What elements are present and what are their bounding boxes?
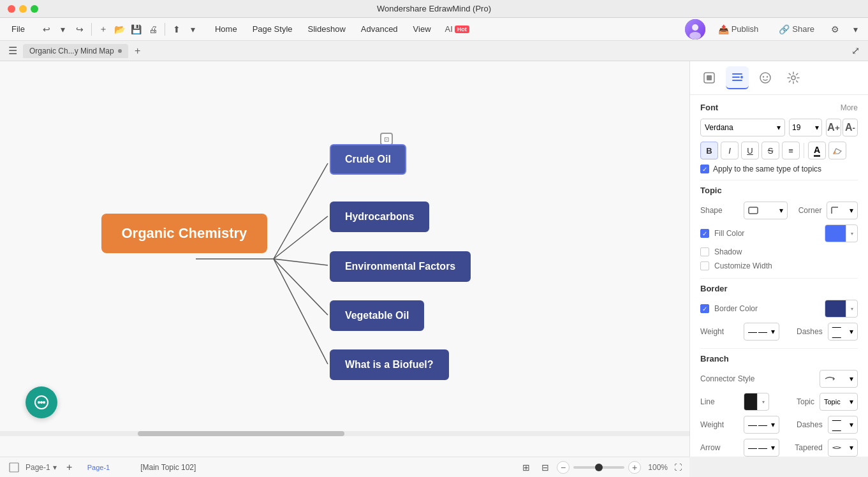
topic-node-vegetable-oil[interactable]: Vegetable Oil (330, 300, 424, 331)
redo-button[interactable]: ↪ (72, 22, 87, 37)
divider-1 (700, 180, 858, 180)
weight-label: Weight (700, 327, 739, 336)
bold-button[interactable]: B (700, 142, 718, 159)
align-button[interactable]: ≡ (782, 142, 800, 159)
corner-select[interactable]: ▾ (827, 202, 858, 219)
dashes-select[interactable]: — — ▾ (828, 323, 858, 341)
font-size-increase[interactable]: A+ (826, 119, 841, 136)
horizontal-scrollbar[interactable] (0, 431, 689, 436)
fit-screen-button[interactable] (8, 461, 20, 474)
central-node[interactable]: Organic Chemistry (101, 214, 267, 253)
save-button[interactable]: 💾 (129, 22, 144, 37)
border-color-dropdown[interactable]: ▾ (846, 300, 857, 317)
slideshow-menu[interactable]: Slideshow (302, 22, 352, 36)
home-menu[interactable]: Home (209, 22, 244, 36)
fill-color-swatch[interactable]: ▾ (825, 224, 858, 242)
undo-dropdown[interactable]: ▾ (55, 22, 71, 37)
topic-branch-select[interactable]: Topic ▾ (820, 393, 858, 411)
connector-style-select[interactable]: ▾ (820, 370, 858, 388)
minimize-button[interactable] (19, 5, 27, 13)
share-button[interactable]: 🔗 Share (771, 22, 822, 37)
arrow-select[interactable]: — — ▾ (744, 439, 779, 457)
ai-menu[interactable]: AI Hot (440, 23, 474, 35)
chevron-down-button[interactable]: ▾ (848, 22, 863, 37)
fill-color-dropdown[interactable]: ▾ (846, 225, 857, 242)
zoom-out-button[interactable]: − (557, 461, 570, 474)
line-color-swatch[interactable]: ▾ (744, 393, 769, 411)
panel-tab-style[interactable] (698, 66, 721, 89)
settings-button[interactable]: ⚙ (827, 22, 842, 37)
divider-2 (700, 278, 858, 279)
tab-mindmap[interactable]: Organic Ch...y Mind Map (23, 44, 128, 58)
highlight-color-button[interactable] (828, 142, 846, 159)
weight2-select[interactable]: — — ▾ (744, 416, 779, 434)
zoom-slider[interactable] (573, 466, 624, 469)
close-button[interactable] (8, 5, 15, 13)
panel-tab-emoji[interactable] (754, 66, 777, 89)
page-style-menu[interactable]: Page Style (246, 22, 299, 36)
page-tab-indicator: Page-1 (87, 464, 110, 471)
weight-select[interactable]: — — ▾ (744, 323, 779, 341)
apply-same-topics-checkbox[interactable]: ✓ (700, 165, 709, 173)
strikethrough-button[interactable]: S (761, 142, 779, 159)
fit-width-icon[interactable]: ⊞ (519, 460, 534, 475)
new-button[interactable]: ＋ (96, 22, 111, 37)
scrollbar-thumb[interactable] (138, 431, 344, 436)
maximize-button[interactable] (31, 5, 38, 13)
ai-assistant-button[interactable] (26, 386, 57, 418)
print-button[interactable]: 🖨 (145, 22, 161, 37)
corner-dropdown-icon: ▾ (850, 206, 853, 215)
file-menu-group: File (5, 22, 31, 36)
undo-button[interactable]: ↩ (39, 22, 54, 37)
arrow-dropdown-icon: ▾ (771, 443, 775, 452)
canvas-area[interactable]: Organic Chemistry ⊡ Crude Oil Hydrocarbo… (0, 61, 689, 457)
new-tab-button[interactable]: + (131, 44, 145, 58)
add-page-button[interactable]: + (62, 460, 77, 475)
page-tab-name[interactable]: Page-1 (87, 464, 110, 471)
shape-select[interactable]: ▾ (744, 202, 788, 219)
zoom-in-button[interactable]: + (628, 461, 641, 474)
fullscreen-icon[interactable]: ⤢ (848, 43, 863, 59)
font-size-select[interactable]: 19 ▾ (789, 119, 822, 136)
tapered-select[interactable]: ▾ (828, 439, 858, 457)
topic-node-environmental[interactable]: Environmental Factors (330, 251, 471, 282)
menu-right: 📤 Publish 🔗 Share ⚙ ▾ (685, 19, 863, 40)
dashes2-select[interactable]: — — ▾ (828, 416, 858, 434)
underline-button[interactable]: U (741, 142, 759, 159)
topic-node-hydrocarbons[interactable]: Hydrocarbons (330, 202, 429, 232)
border-color-checkbox[interactable]: ✓ (700, 304, 709, 313)
fill-color-row: ✓ Fill Color ▾ (700, 224, 858, 242)
panel-tab-format[interactable] (726, 66, 749, 89)
open-button[interactable]: 📂 (112, 22, 128, 37)
line-row: Line ▾ Topic Topic ▾ (700, 393, 858, 411)
publish-button[interactable]: 📤 Publish (710, 22, 767, 37)
fullscreen-toggle[interactable]: ⛶ (672, 461, 684, 474)
weight-row: Weight — — ▾ Dashes — — ▾ (700, 323, 858, 341)
border-color-row: ✓ Border Color ▾ (700, 300, 858, 318)
fit-page-icon[interactable]: ⊟ (538, 460, 553, 475)
more-link[interactable]: More (841, 103, 858, 112)
zoom-handle[interactable] (595, 464, 603, 471)
sidebar-toggle[interactable]: ☰ (5, 43, 20, 59)
font-size-decrease[interactable]: A- (842, 119, 858, 136)
file-menu[interactable]: File (5, 22, 31, 36)
topic-node-biofuel[interactable]: What is a Biofuel? (330, 349, 449, 380)
collapse-icon[interactable]: ⊡ (380, 133, 393, 145)
page-dropdown-icon[interactable]: ▾ (53, 463, 57, 472)
customize-width-checkbox[interactable] (700, 261, 709, 270)
border-color-swatch[interactable]: ▾ (825, 300, 858, 318)
topic-node-crude-oil[interactable]: Crude Oil (330, 144, 406, 175)
shadow-checkbox[interactable] (700, 247, 709, 256)
font-color-button[interactable]: A (808, 142, 826, 159)
advanced-menu[interactable]: Advanced (355, 22, 404, 36)
italic-button[interactable]: I (721, 142, 739, 159)
panel-tab-settings[interactable] (782, 66, 805, 89)
export-dropdown[interactable]: ▾ (186, 22, 201, 37)
view-menu[interactable]: View (407, 22, 438, 36)
fill-color-checkbox[interactable]: ✓ (700, 229, 709, 238)
font-family-select[interactable]: Verdana ▾ (700, 119, 785, 136)
arrow-row: Arrow — — ▾ Tapered ▾ (700, 439, 858, 457)
user-avatar[interactable] (685, 19, 705, 40)
export-button[interactable]: ⬆ (169, 22, 184, 37)
line-color-dropdown[interactable]: ▾ (757, 393, 769, 410)
